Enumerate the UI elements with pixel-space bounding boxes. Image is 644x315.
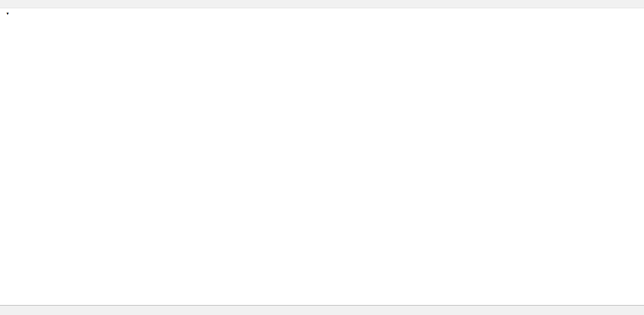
chart-canvas[interactable]	[0, 0, 644, 305]
symbol-tab-bar	[0, 305, 644, 315]
mt4-window: ▼	[0, 0, 644, 315]
chart-title: ▼	[6, 11, 18, 15]
chart-dropdown-icon[interactable]: ▼	[6, 12, 9, 16]
